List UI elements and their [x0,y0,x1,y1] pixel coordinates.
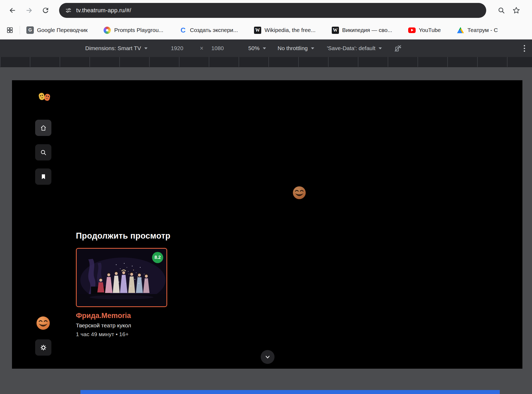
browser-chrome: tv.theatrum-app.ru/#/ G Google Переводчи… [0,0,532,39]
forward-icon [25,6,33,15]
avatar[interactable] [36,316,51,331]
zoom-select[interactable]: 50% [248,45,266,51]
bookmark-star-button[interactable] [510,4,523,17]
bookmarks-bar: G Google Переводчик Prompts Playgrou... … [0,21,532,39]
sidebar-item-bookmarks[interactable] [35,168,51,185]
address-bar[interactable]: tv.theatrum-app.ru/#/ [59,3,486,18]
forward-button[interactable] [22,4,36,17]
search-button[interactable] [495,4,508,17]
chevron-down-icon [311,47,314,49]
bookmark-item-youtube[interactable]: YouTube [408,26,441,34]
bookmarks-separator [20,26,20,34]
continue-watching-card[interactable]: 8.2 [76,248,167,307]
save-data-select-label: 'Save-Data': default [327,45,375,51]
screen: tv.theatrum-app.ru/#/ G Google Переводчи… [0,0,532,394]
back-icon [8,6,17,15]
browser-toolbar: tv.theatrum-app.ru/#/ [0,0,532,21]
background-window-edge [80,390,500,394]
sidebar-item-settings[interactable] [35,339,51,356]
youtube-icon [408,26,416,34]
throttling-select-label: No throttling [278,45,308,51]
card-theater: Тверской театр кукол [76,322,131,329]
sidebar-item-search[interactable] [35,144,51,160]
section-title: Продолжить просмотр [76,231,170,241]
playground-icon [104,26,111,34]
zoom-select-label: 50% [248,45,260,51]
devtools-device-toolbar: Dimensions: Smart TV 1920 × 1080 50% No … [0,39,532,57]
devtools-ruler [0,57,532,67]
card-title: Фрида.Memoria [76,312,131,320]
chevron-down-icon [263,47,266,49]
chevron-down-icon [379,47,382,49]
card-meta: 1 час 49 минут • 16+ [76,331,129,337]
reload-icon [42,6,50,14]
viewport-width-field[interactable]: 1920 [171,45,183,51]
theatrum-logo [38,91,51,104]
bookmark-label: Википедия — сво... [342,27,392,33]
emulated-viewport: Продолжить просмотр [12,80,522,369]
settings-gear-icon [40,344,47,351]
device-select[interactable]: Dimensions: Smart TV [85,45,148,51]
dimensions-multiply: × [200,45,203,52]
rating-badge: 8.2 [152,252,163,263]
bookmark-item-google-translate[interactable]: G Google Переводчик [26,26,88,34]
bookmark-item-wikipedia-en[interactable]: W Wikipedia, the free... [254,26,316,34]
sidebar-item-home[interactable] [35,120,51,136]
google-translate-icon: G [26,26,34,34]
bookmark-label: Театрум - C [467,27,498,33]
apps-grid-icon[interactable] [4,24,16,36]
chevron-down-icon [264,354,271,360]
reload-button[interactable] [39,4,52,17]
bookmark-label: Prompts Playgrou... [114,27,163,33]
rotate-icon[interactable] [394,45,402,52]
save-data-select[interactable]: 'Save-Data': default [327,45,382,51]
wikipedia-icon: W [332,26,339,34]
bookmark-label: Wikipedia, the free... [265,27,316,33]
bookmark-label: YouTube [419,27,441,33]
bookmark-item-wikipedia-ru[interactable]: W Википедия — сво... [332,26,392,34]
bookmark-item-prompts-playground[interactable]: Prompts Playgrou... [104,26,163,34]
bookmark-star-icon [512,6,520,14]
url-text: tv.theatrum-app.ru/#/ [76,7,131,14]
more-options-icon[interactable] [524,45,525,52]
bookmark-item-teatrum[interactable]: Театрум - C [457,26,498,34]
scroll-down-button[interactable] [261,350,275,364]
home-icon [40,124,47,131]
throttling-select[interactable]: No throttling [278,45,314,51]
bookmark-label: Создать экспери... [190,27,238,33]
bookmark-label: Google Переводчик [37,27,88,33]
loading-mask-logo [292,186,306,200]
bookmark-item-create-experiment[interactable]: C Создать экспери... [179,26,238,34]
search-icon [40,149,47,156]
back-button[interactable] [6,4,19,17]
bookmarks-icon [40,174,47,180]
search-icon [497,6,505,14]
chevron-down-icon [144,47,148,49]
site-settings-icon[interactable] [65,7,72,14]
device-select-label: Dimensions: Smart TV [85,45,141,51]
blue-c-icon: C [179,26,187,34]
wikipedia-icon: W [254,26,261,34]
viewport-height-field[interactable]: 1080 [211,45,224,51]
google-drive-icon [457,26,464,34]
